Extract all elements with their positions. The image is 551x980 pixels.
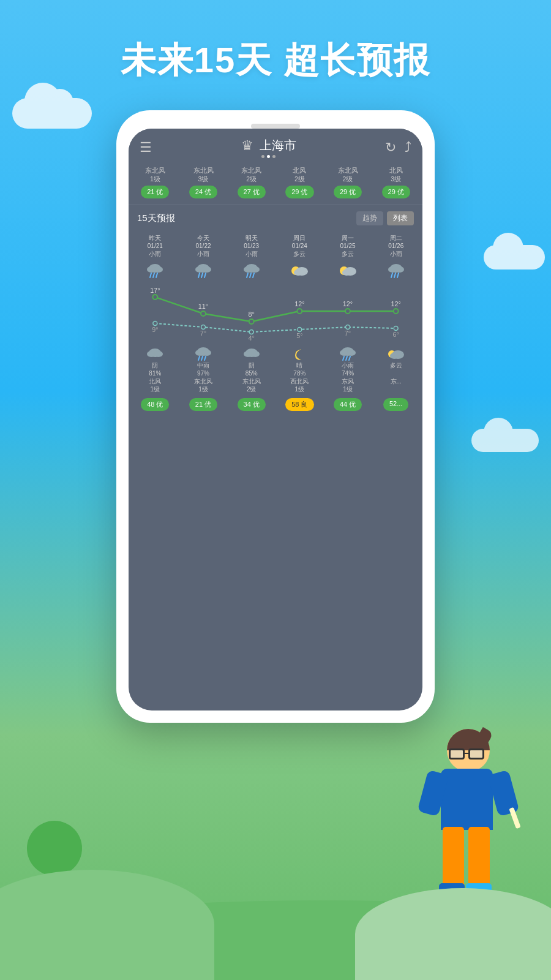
wind-2: 东北风3级 [193,167,214,183]
svg-point-37 [201,325,206,330]
day-weather-3: 小雨 [246,250,258,258]
svg-point-13 [244,266,252,273]
svg-line-5 [156,273,157,277]
svg-text:5°: 5° [296,332,302,339]
svg-line-11 [204,273,206,277]
svg-point-1 [147,266,156,273]
svg-point-65 [251,351,260,357]
forecast-tabs: 趋势 列表 [356,211,414,225]
forecast-header: 15天预报 趋势 列表 [129,205,422,230]
day-name-2: 今天 [197,234,209,243]
svg-point-74 [390,353,399,359]
svg-point-32 [249,319,254,324]
days-header-row: 昨天 01/21 小雨 今天 01/22 小雨 明天 01/23 小雨 周日 0… [129,230,422,260]
bottom-weather-1: 阴81%北风1级 [149,361,161,393]
day-col-6: 周二 01/26 小雨 [372,234,420,258]
cloud-right-bottom [471,429,539,452]
main-title: 未来15天 超长预报 [0,37,551,85]
bottom-col-2: 中雨97%东北风1级 [179,347,228,393]
svg-text:6°: 6° [392,331,399,338]
svg-point-35 [394,309,399,314]
tab-trend[interactable]: 趋势 [356,211,383,225]
svg-point-14 [251,266,260,273]
icon-2 [179,262,228,279]
day-date-4: 01/24 [292,243,307,249]
svg-line-71 [349,356,350,360]
bottom-aqi-3: 34 优 [228,398,274,411]
svg-line-15 [247,273,248,277]
svg-point-56 [154,351,163,357]
svg-line-70 [346,356,347,360]
svg-line-9 [198,273,200,277]
wind-3: 东北风2级 [241,167,261,183]
bottom-weather-5: 小雨74%东风1级 [342,361,354,393]
wind-1: 东北风1级 [145,167,165,183]
bottom-badge-6: 52... [383,398,408,411]
icon-3 [227,262,276,279]
svg-text:12°: 12° [391,300,400,307]
day-name-4: 周日 [293,234,305,243]
bottom-weather-2: 中雨97%东北风1级 [194,361,212,393]
day-date-1: 01/21 [148,243,163,249]
share-icon[interactable]: ⤴ [405,140,411,156]
dot-1 [261,155,264,158]
svg-text:4°: 4° [248,334,254,342]
svg-line-10 [201,273,203,277]
bottom-aqi-1: 48 优 [132,398,178,411]
aqi-badge-1: 21 优 [141,186,169,198]
forecast-title: 15天预报 [137,213,175,224]
day-weather-4: 多云 [293,250,305,258]
aqi-col-2: 东北风3级 24 优 [181,167,227,198]
aqi-col-6: 北风3级 29 优 [373,167,419,198]
bottom-aqi-row: 48 优 21 优 34 优 58 良 44 优 52... [129,394,422,418]
svg-line-17 [253,273,254,277]
svg-point-23 [342,270,351,276]
svg-point-36 [153,322,157,326]
icon-4 [276,262,324,279]
bottom-aqi-2: 21 优 [181,398,227,411]
day-col-1: 昨天 01/21 小雨 [131,234,179,258]
svg-text:7°: 7° [345,330,351,337]
bottom-col-6: 多云东... [372,347,420,393]
crown-icon[interactable]: ♛ [241,138,253,154]
refresh-icon[interactable]: ↻ [385,140,396,156]
dot-2 [267,155,270,158]
day-date-5: 01/25 [340,243,356,249]
svg-text:11°: 11° [198,303,208,310]
svg-line-29 [397,273,399,277]
svg-point-59 [203,350,211,356]
page-dots [261,155,276,158]
svg-line-62 [204,356,206,360]
phone-speaker [251,124,300,129]
svg-point-31 [201,311,206,316]
wind-4: 北风2级 [293,167,306,183]
aqi-col-5: 东北风2级 29 优 [325,167,371,198]
bottom-weather-4: 晴78%西北风1级 [290,361,309,393]
svg-line-69 [343,356,344,360]
day-weather-1: 小雨 [149,250,161,258]
city-label: 上海市 [260,137,296,154]
dot-3 [272,155,276,158]
svg-text:12°: 12° [343,300,353,307]
svg-point-64 [244,351,252,357]
tab-list[interactable]: 列表 [387,211,414,225]
menu-icon[interactable]: ☰ [140,140,152,156]
bottom-col-3: 阴85%东北风2级 [227,347,276,393]
aqi-badge-6: 29 优 [382,186,410,198]
day-date-6: 01/26 [388,243,403,249]
svg-line-27 [391,273,392,277]
bottom-col-1: 阴81%北风1级 [131,347,179,393]
bottom-badge-1: 48 优 [141,398,169,411]
day-weather-2: 小雨 [197,250,209,258]
weather-icons-top [129,260,422,282]
day-col-3: 明天 01/23 小雨 [227,234,276,258]
aqi-row: 东北风1级 21 优 东北风3级 24 优 东北风2级 27 优 北风2级 29… [129,162,422,205]
bottom-aqi-4: 58 良 [277,398,323,411]
grass-right [355,888,551,980]
day-weather-5: 多云 [342,250,354,258]
icon-5 [324,262,372,279]
wind-5: 东北风2级 [338,167,358,183]
svg-point-55 [147,351,156,357]
bottom-aqi-5: 44 优 [325,398,371,411]
bottom-weather-6: 多云东... [390,361,402,385]
